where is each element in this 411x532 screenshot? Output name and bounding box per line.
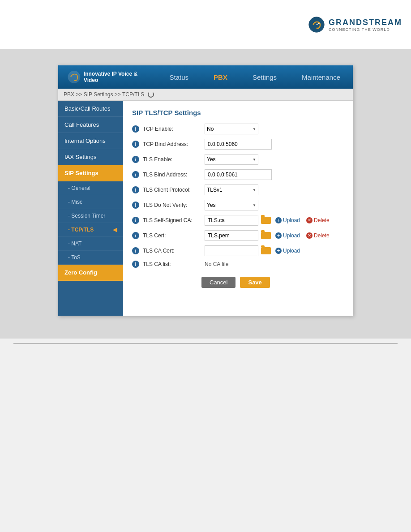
- delete-btn-tls-ca[interactable]: ✕ Delete: [304, 216, 331, 224]
- value-tls-ca-list: No CA file: [205, 261, 228, 267]
- breadcrumb: PBX >> SIP Settings >> TCP/TLS: [58, 89, 353, 101]
- folder-icon-tls-ca-cert[interactable]: [261, 247, 271, 254]
- info-icon-tls-ca[interactable]: i: [132, 217, 139, 224]
- brand-name: GRANDSTREAM: [329, 18, 402, 27]
- input-tcp-bind[interactable]: [205, 139, 272, 150]
- delete-x-icon-cert: ✕: [306, 232, 313, 239]
- sidebar-sub-misc[interactable]: - Misc: [58, 195, 123, 209]
- folder-icon-tls-cert[interactable]: [261, 232, 271, 239]
- field-tls-enable: i TLS Enable: Yes No: [132, 154, 344, 165]
- label-tls-ca-list: TLS CA list:: [143, 261, 201, 267]
- label-tls-protocol: TLS Client Protocol:: [143, 187, 201, 193]
- upload-plus-icon: +: [275, 217, 282, 223]
- select-tls-protocol[interactable]: TLSv1 TLSv1.1 TLSv1.2: [205, 184, 258, 195]
- input-tls-ca[interactable]: [205, 215, 258, 226]
- field-tls-ca-list: i TLS CA list: No CA file: [132, 261, 344, 268]
- sidebar-sub-session-timer[interactable]: - Session Timer: [58, 209, 123, 223]
- delete-btn-tls-cert[interactable]: ✕ Delete: [304, 232, 331, 240]
- delete-x-icon: ✕: [306, 217, 313, 223]
- select-tls-verify[interactable]: Yes No: [205, 200, 258, 210]
- nav-logo: Innovative IP Voice & Video: [67, 69, 144, 85]
- upload-plus-icon-ca-cert: +: [275, 248, 282, 254]
- sidebar-sub-nat[interactable]: - NAT: [58, 237, 123, 251]
- sidebar: Basic/Call Routes Call Features Internal…: [58, 101, 123, 316]
- info-icon-tls-enable[interactable]: i: [132, 156, 139, 163]
- info-icon-tcp-enable[interactable]: i: [132, 125, 139, 133]
- field-tls-client-protocol: i TLS Client Protocol: TLSv1 TLSv1.1 TLS…: [132, 184, 344, 195]
- info-icon-tls-bind[interactable]: i: [132, 171, 139, 178]
- svg-point-1: [68, 71, 81, 83]
- label-tls-cert: TLS Cert:: [143, 232, 201, 239]
- label-tls-ca: TLS Self-Signed CA:: [143, 217, 201, 223]
- button-row: Cancel Save: [132, 277, 344, 288]
- nav-maintenance[interactable]: Maintenance: [298, 71, 344, 83]
- info-icon-tls-ca-cert[interactable]: i: [132, 247, 139, 254]
- field-tls-ca-cert: i TLS CA Cert: + Upload: [132, 245, 344, 256]
- cancel-button[interactable]: Cancel: [201, 277, 235, 288]
- info-icon-tls-cert[interactable]: i: [132, 232, 139, 239]
- field-tls-self-signed-ca: i TLS Self-Signed CA: + Upload ✕ Del: [132, 215, 344, 226]
- input-tls-bind[interactable]: [205, 169, 272, 180]
- field-tls-do-not-verify: i TLS Do Not Verify: Yes No: [132, 200, 344, 210]
- input-tls-cert[interactable]: [205, 230, 258, 241]
- field-tcp-bind-address: i TCP Bind Address:: [132, 139, 344, 150]
- upload-plus-icon-cert: +: [275, 232, 282, 239]
- label-tls-verify: TLS Do Not Verify:: [143, 202, 201, 208]
- select-tls-enable[interactable]: Yes No: [205, 154, 258, 165]
- refresh-icon[interactable]: [148, 91, 154, 98]
- sidebar-item-zero-config[interactable]: Zero Config: [58, 265, 123, 281]
- label-tls-bind: TLS Bind Address:: [143, 172, 201, 178]
- sidebar-sub-general[interactable]: - General: [58, 181, 123, 195]
- info-icon-tcp-bind[interactable]: i: [132, 141, 139, 148]
- page-title: SIP TLS/TCP Settings: [132, 109, 344, 116]
- label-tcp-bind: TCP Bind Address:: [143, 141, 201, 147]
- field-tcp-enable: i TCP Enable: No Yes: [132, 124, 344, 134]
- sidebar-sub-tcp-tls[interactable]: - TCP/TLS ◀: [58, 223, 123, 237]
- main-content: SIP TLS/TCP Settings i TCP Enable: No Ye…: [123, 101, 353, 316]
- info-icon-tls-protocol[interactable]: i: [132, 186, 139, 193]
- grandstream-logo: GRANDSTREAM CONNECTING THE WORLD: [308, 16, 402, 33]
- upload-btn-tls-cert[interactable]: + Upload: [274, 232, 302, 240]
- sidebar-item-sip-settings[interactable]: SIP Settings: [58, 165, 123, 181]
- label-tls-ca-cert: TLS CA Cert:: [143, 248, 201, 254]
- folder-icon-tls-ca[interactable]: [261, 217, 271, 224]
- nav-settings[interactable]: Settings: [249, 71, 280, 83]
- label-tcp-enable: TCP Enable:: [143, 126, 201, 132]
- select-tcp-enable[interactable]: No Yes: [205, 124, 258, 134]
- sidebar-sub-tos[interactable]: - ToS: [58, 251, 123, 265]
- sidebar-item-basic-call-routes[interactable]: Basic/Call Routes: [58, 101, 123, 117]
- brand-tagline: CONNECTING THE WORLD: [329, 27, 402, 32]
- sidebar-item-internal-options[interactable]: Internal Options: [58, 133, 123, 149]
- field-tls-bind-address: i TLS Bind Address:: [132, 169, 344, 180]
- save-button[interactable]: Save: [240, 277, 270, 288]
- nav-pbx[interactable]: PBX: [210, 71, 231, 83]
- input-tls-ca-cert[interactable]: [205, 245, 258, 256]
- nav-bar: Innovative IP Voice & Video Status PBX S…: [58, 65, 353, 89]
- active-arrow: ◀: [113, 227, 117, 233]
- info-icon-tls-verify[interactable]: i: [132, 202, 139, 209]
- label-tls-enable: TLS Enable:: [143, 156, 201, 163]
- field-tls-cert: i TLS Cert: + Upload ✕ Delete: [132, 230, 344, 241]
- nav-brand: Innovative IP Voice & Video: [84, 71, 144, 83]
- sidebar-item-call-features[interactable]: Call Features: [58, 117, 123, 133]
- upload-btn-tls-ca[interactable]: + Upload: [274, 216, 302, 224]
- nav-status[interactable]: Status: [166, 71, 193, 83]
- sidebar-item-iax-settings[interactable]: IAX Settings: [58, 149, 123, 165]
- info-icon-tls-ca-list[interactable]: i: [132, 261, 139, 268]
- upload-btn-tls-ca-cert[interactable]: + Upload: [274, 247, 302, 255]
